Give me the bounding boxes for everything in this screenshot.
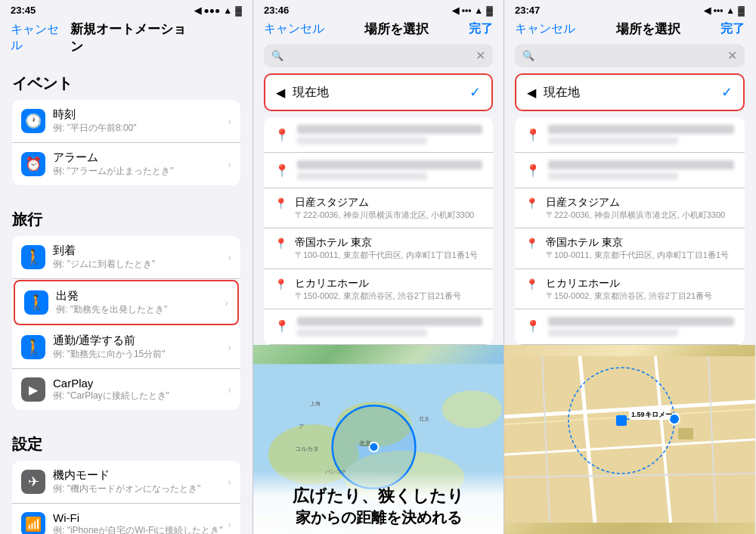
current-location-container-2: ◀ 現在地 ✓ xyxy=(264,73,493,111)
blurred-item-3a[interactable]: 📍 xyxy=(515,117,745,153)
time-1: 23:45 xyxy=(11,5,36,16)
status-bar-3: 23:47 ◀ ••• ▲ ▓ xyxy=(504,0,755,19)
pin-icon-3c: 📍 xyxy=(525,319,541,334)
wifi-3: ▲ xyxy=(726,5,735,16)
pin-icon-3a: 📍 xyxy=(525,128,541,142)
map-area-3: 1.59キロメー xyxy=(504,345,755,534)
blurred-item-2a[interactable]: 📍 xyxy=(264,117,493,153)
list-item-jikoku[interactable]: 🕐 時刻 例: "平日の午前8:00" › xyxy=(12,100,240,143)
blurred-item-3c[interactable]: 📍 xyxy=(515,309,745,345)
search-icon-3: 🔍 xyxy=(522,50,534,61)
events-list: 🕐 時刻 例: "平日の午前8:00" › ⏰ アラーム 例: "アラームが止ま… xyxy=(12,100,240,185)
svg-text:ア: ア xyxy=(299,424,304,429)
list-item-airplane[interactable]: ✈ 機内モード 例: "機内モードがオンになったとき" › xyxy=(12,461,240,504)
place-item-nissan-2[interactable]: 📍 日産スタジアム 〒222-0036, 神奈川県横浜市港北区, 小机町3300 xyxy=(264,188,493,228)
wifi-icon: 📶 xyxy=(21,512,45,534)
place-info-imperial-2: 帝国ホテル 東京 〒100-0011, 東京都千代田区, 内幸町1丁目1番1号 xyxy=(295,236,482,260)
list-item-commute[interactable]: 🚶 通勤/通学する前 例: "勤務先に向かう15分前" › xyxy=(12,326,240,369)
place-item-hikarie-2[interactable]: 📍 ヒカリエホール 〒150-0002, 東京都渋谷区, 渋谷2丁目21番号 xyxy=(264,269,493,309)
current-location-item-2[interactable]: ◀ 現在地 ✓ xyxy=(264,73,493,111)
signal-icon-1: ●●● xyxy=(204,5,221,16)
place-pin-2a: 📍 xyxy=(274,197,287,210)
list-item-alarm[interactable]: ⏰ アラーム 例: "アラームが止まったとき" › xyxy=(12,143,240,185)
place-pin-2c: 📍 xyxy=(274,278,287,290)
signal-2: ••• xyxy=(462,5,472,16)
search-input-2[interactable] xyxy=(288,50,471,62)
panel2: 23:46 ◀ ••• ▲ ▓ キャンセル 場所を選択 完了 🔍 ✕ ◀ 現在地… xyxy=(253,0,504,534)
current-location-item-3[interactable]: ◀ 現在地 ✓ xyxy=(515,73,745,111)
location-icon-3: ◀ xyxy=(704,5,711,16)
place-pin-2b: 📍 xyxy=(274,238,287,250)
svg-text:コルカタ: コルカタ xyxy=(295,446,319,452)
done-button-3[interactable]: 完了 xyxy=(720,21,745,37)
place-info-nissan-3: 日産スタジアム 〒222-0036, 神奈川県横浜市港北区, 小机町3300 xyxy=(546,196,734,220)
chevron-icon: › xyxy=(228,341,231,353)
blurred-text-3c xyxy=(548,317,734,337)
places-list-3: 📍 📍 📍 日産スタジアム 〒222-0036, 神奈川県横浜市港北区, 小机町… xyxy=(515,117,745,345)
battery-2: ▓ xyxy=(486,5,493,16)
place-item-nissan-3[interactable]: 📍 日産スタジアム 〒222-0036, 神奈川県横浜市港北区, 小机町3300 xyxy=(515,188,745,228)
walk-icon: 🚶 xyxy=(21,245,45,269)
item-text-alarm: アラーム 例: "アラームが止まったとき" xyxy=(53,151,225,178)
blurred-text-2a xyxy=(297,125,482,144)
search-icon-2: 🔍 xyxy=(271,50,284,61)
settings-list: ✈ 機内モード 例: "機内モードがオンになったとき" › 📶 Wi-Fi 例:… xyxy=(12,461,240,534)
clear-search-3[interactable]: ✕ xyxy=(727,48,737,63)
place-item-hikarie-3[interactable]: 📍 ヒカリエホール 〒150-0002, 東京都渋谷区, 渋谷2丁目21番号 xyxy=(515,269,745,309)
depart-icon: 🚶 xyxy=(24,290,48,315)
status-bar-2: 23:46 ◀ ••• ▲ ▓ xyxy=(253,0,503,19)
svg-rect-13 xyxy=(504,356,755,523)
signal-3: ••• xyxy=(714,5,723,16)
blurred-item-2b[interactable]: 📍 xyxy=(264,153,493,188)
cancel-button-3[interactable]: キャンセル xyxy=(515,21,575,37)
overlay-text-2: 広げたり、狭くしたり 家からの距離を決めれる xyxy=(253,470,503,534)
svg-text:北太: 北太 xyxy=(419,416,429,421)
list-item-arrival[interactable]: 🚶 到着 例: "ジムに到着したとき" › xyxy=(12,236,240,279)
cancel-button-2[interactable]: キャンセル xyxy=(264,21,324,37)
place-info-hikarie-2: ヒカリエホール 〒150-0002, 東京都渋谷区, 渋谷2丁目21番号 xyxy=(295,277,482,301)
location-icon-2: ◀ xyxy=(452,5,459,16)
travel-list: 🚶 到着 例: "ジムに到着したとき" › 🚶 出発 例: "勤務先を出発したと… xyxy=(12,236,240,410)
clear-search-2[interactable]: ✕ xyxy=(476,48,485,63)
chevron-icon: › xyxy=(228,158,231,170)
panel1: 23:45 ◀ ●●● ▲ ▓ キャンセル 新規オートメーション イベント 🕐 … xyxy=(0,0,253,534)
item-text-arrival: 到着 例: "ジムに到着したとき" xyxy=(53,244,225,271)
place-item-imperial-3[interactable]: 📍 帝国ホテル 東京 〒100-0011, 東京都千代田区, 内幸町1丁目1番1… xyxy=(515,228,745,269)
map-svg-3: 1.59キロメー xyxy=(504,345,755,534)
search-bar-2[interactable]: 🔍 ✕ xyxy=(264,44,493,67)
carplay-icon: ▶ xyxy=(21,377,45,402)
search-input-3[interactable] xyxy=(539,50,723,62)
place-info-imperial-3: 帝国ホテル 東京 〒100-0011, 東京都千代田区, 内幸町1丁目1番1号 xyxy=(546,236,734,260)
nav-title-1: 新規オートメーション xyxy=(70,20,197,55)
list-item-carplay[interactable]: ▶ CarPlay 例: "CarPlayに接続したとき" › xyxy=(12,369,240,410)
current-location-text-2: 現在地 xyxy=(293,85,469,101)
list-item-depart[interactable]: 🚶 出発 例: "勤務先を出発したとき" › xyxy=(14,280,239,325)
item-text-wifi: Wi-Fi 例: "iPhoneが自宅のWi-Fiに接続したとき" xyxy=(53,511,225,534)
current-location-container-3: ◀ 現在地 ✓ xyxy=(515,73,745,111)
map-area-2: コルカタ 北京 バンコク 北太 ア 上海 広げたり、狭くしたり 家からの距離を決… xyxy=(253,345,503,534)
pin-icon-2c: 📍 xyxy=(274,319,290,334)
chevron-icon: › xyxy=(228,115,231,127)
blurred-text-2c xyxy=(297,317,482,337)
place-info-hikarie-3: ヒカリエホール 〒150-0002, 東京都渋谷区, 渋谷2丁目21番号 xyxy=(546,277,734,301)
chevron-icon: › xyxy=(228,251,231,263)
blurred-text-2b xyxy=(297,160,482,180)
checkmark-3: ✓ xyxy=(721,84,733,101)
list-item-wifi[interactable]: 📶 Wi-Fi 例: "iPhoneが自宅のWi-Fiに接続したとき" › xyxy=(12,504,240,534)
search-bar-3[interactable]: 🔍 ✕ xyxy=(515,44,745,67)
wifi-icon-1: ▲ xyxy=(223,5,232,16)
nav-bar-1: キャンセル 新規オートメーション xyxy=(0,19,253,61)
blurred-item-3b[interactable]: 📍 xyxy=(515,153,745,188)
navigate-icon-2: ◀ xyxy=(276,85,285,100)
svg-text:上海: 上海 xyxy=(310,401,321,406)
panel3: 23:47 ◀ ••• ▲ ▓ キャンセル 場所を選択 完了 🔍 ✕ ◀ 現在地… xyxy=(504,0,755,534)
svg-rect-24 xyxy=(616,415,627,426)
svg-point-4 xyxy=(442,390,502,428)
item-text-commute: 通勤/通学する前 例: "勤務先に向かう15分前" xyxy=(53,334,225,361)
blurred-item-2c[interactable]: 📍 xyxy=(264,309,493,345)
done-button-2[interactable]: 完了 xyxy=(469,21,493,37)
status-icons-1: ◀ ●●● ▲ ▓ xyxy=(194,5,242,16)
cancel-button-1[interactable]: キャンセル xyxy=(11,22,70,54)
place-item-imperial-2[interactable]: 📍 帝国ホテル 東京 〒100-0011, 東京都千代田区, 内幸町1丁目1番1… xyxy=(264,228,493,269)
chevron-icon: › xyxy=(225,296,228,309)
